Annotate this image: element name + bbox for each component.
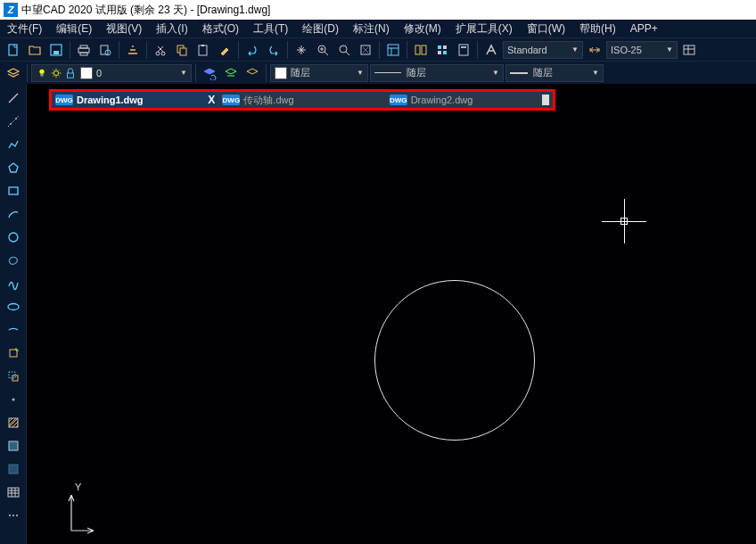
svg-point-47 <box>16 515 18 516</box>
table-tool[interactable] <box>3 482 24 503</box>
svg-point-9 <box>161 52 165 55</box>
layer-dropdown[interactable]: 0 ▼ <box>31 64 192 82</box>
tool-palettes-button[interactable] <box>432 40 452 60</box>
svg-point-8 <box>156 52 160 55</box>
layer-props-button[interactable] <box>4 63 23 83</box>
ellipse-tool[interactable] <box>3 296 24 317</box>
zoom-extents-button[interactable] <box>356 40 375 60</box>
layer-state-button[interactable] <box>221 63 241 83</box>
insert-block-tool[interactable] <box>3 342 24 364</box>
revcloud-tool[interactable] <box>3 250 24 271</box>
tab-label: Drawing2.dwg <box>411 95 473 105</box>
region-tool[interactable] <box>3 458 24 480</box>
menu-help[interactable]: 帮助(H) <box>576 21 620 37</box>
close-icon[interactable]: X <box>208 94 215 106</box>
menu-ext[interactable]: 扩展工具(X) <box>452 21 516 37</box>
menu-app[interactable]: APP+ <box>627 22 662 35</box>
layer-prev-button[interactable] <box>200 63 219 83</box>
pan-button[interactable] <box>292 40 311 60</box>
circle-entity[interactable] <box>374 280 535 441</box>
gradient-tool[interactable] <box>3 435 24 457</box>
menu-edit[interactable]: 编辑(E) <box>53 21 95 37</box>
lw-preview <box>510 72 528 74</box>
polygon-tool[interactable] <box>3 157 24 178</box>
svg-point-29 <box>53 70 58 75</box>
menu-draw[interactable]: 绘图(D) <box>299 21 342 37</box>
spline-tool[interactable] <box>3 273 24 294</box>
paste-button[interactable] <box>193 40 213 60</box>
circle-tool[interactable] <box>3 227 24 248</box>
doc-tab-drawing2[interactable]: DWG Drawing2.dwg <box>386 92 553 108</box>
point-tool[interactable] <box>3 389 24 410</box>
doc-tab-drawing1[interactable]: DWG Drawing1.dwg X <box>52 92 218 108</box>
menu-file[interactable]: 文件(F) <box>4 21 45 37</box>
svg-point-34 <box>9 233 18 242</box>
chevron-down-icon: ▼ <box>492 69 499 77</box>
lineweight-dropdown[interactable]: 随层 ▼ <box>505 64 604 82</box>
menu-dim[interactable]: 标注(N) <box>349 21 393 37</box>
style-icon[interactable] <box>481 40 501 60</box>
toolbar-layers: 0 ▼ 随层 ▼ 随层 ▼ 随层 ▼ <box>0 61 756 84</box>
open-file-button[interactable] <box>25 40 45 60</box>
new-file-button[interactable] <box>4 40 23 60</box>
match-props-button[interactable] <box>215 40 234 60</box>
menu-bar: 文件(F) 编辑(E) 视图(V) 插入(I) 格式(O) 工具(T) 绘图(D… <box>0 20 756 37</box>
hatch-tool[interactable] <box>3 412 24 433</box>
doc-tab-chuandong[interactable]: DWG 传动轴.dwg <box>218 92 385 108</box>
redo-button[interactable] <box>264 40 284 60</box>
drawing-area[interactable]: Y <box>27 84 756 544</box>
ucs-icon: Y <box>62 482 98 535</box>
tab-indicator <box>542 95 549 105</box>
layer-iso-button[interactable] <box>242 63 262 83</box>
dim-style-icon[interactable] <box>585 40 604 60</box>
ellipse-arc-tool[interactable] <box>3 319 24 341</box>
table-style-button[interactable] <box>679 40 699 60</box>
linetype-dropdown[interactable]: 随层 ▼ <box>370 64 504 82</box>
layer-color-swatch <box>80 67 93 79</box>
menu-modify[interactable]: 修改(M) <box>400 21 445 37</box>
svg-rect-43 <box>9 465 18 474</box>
svg-rect-11 <box>180 48 186 55</box>
polyline-tool[interactable] <box>3 134 24 155</box>
menu-tools[interactable]: 工具(T) <box>250 21 292 37</box>
svg-rect-30 <box>68 73 74 78</box>
title-text: 中望CAD 2020 试用版 (剩余 23 天) - [Drawing1.dwg… <box>21 3 270 18</box>
copy-button[interactable] <box>172 40 192 60</box>
cut-button[interactable] <box>151 40 170 60</box>
zoom-realtime-button[interactable] <box>334 40 354 60</box>
line-tool[interactable] <box>3 87 24 109</box>
dim-style-dropdown[interactable]: ISO-25 ▼ <box>606 41 678 59</box>
properties-button[interactable] <box>383 40 403 60</box>
chevron-down-icon: ▼ <box>180 69 187 77</box>
dwg-icon: DWG <box>390 95 407 105</box>
svg-rect-23 <box>443 51 447 54</box>
design-center-button[interactable] <box>411 40 431 60</box>
svg-rect-42 <box>9 441 18 450</box>
publish-button[interactable] <box>123 40 143 60</box>
print-button[interactable] <box>74 40 94 60</box>
undo-button[interactable] <box>242 40 262 60</box>
menu-window[interactable]: 窗口(W) <box>523 21 569 37</box>
save-file-button[interactable] <box>46 40 66 60</box>
rectangle-tool[interactable] <box>3 180 24 202</box>
menu-format[interactable]: 格式(O) <box>199 21 242 37</box>
svg-rect-12 <box>199 45 207 55</box>
svg-rect-20 <box>438 45 441 49</box>
make-block-tool[interactable] <box>3 366 24 387</box>
color-dropdown[interactable]: 随层 ▼ <box>270 64 368 82</box>
print-preview-button[interactable] <box>95 40 115 60</box>
svg-rect-13 <box>201 45 204 46</box>
menu-view[interactable]: 视图(V) <box>103 21 145 37</box>
text-style-dropdown[interactable]: Standard ▼ <box>503 41 583 59</box>
more-tools[interactable] <box>3 505 24 526</box>
menu-insert[interactable]: 插入(I) <box>152 21 191 37</box>
calculator-button[interactable] <box>454 40 473 60</box>
svg-point-35 <box>8 304 19 310</box>
toolbar-standard: Standard ▼ ISO-25 ▼ <box>0 37 756 61</box>
ucs-y-label: Y <box>75 482 81 492</box>
arc-tool[interactable] <box>3 203 24 225</box>
zoom-window-button[interactable] <box>313 40 333 60</box>
svg-point-15 <box>340 45 347 53</box>
svg-point-45 <box>9 515 11 516</box>
construction-line-tool[interactable] <box>3 111 24 132</box>
